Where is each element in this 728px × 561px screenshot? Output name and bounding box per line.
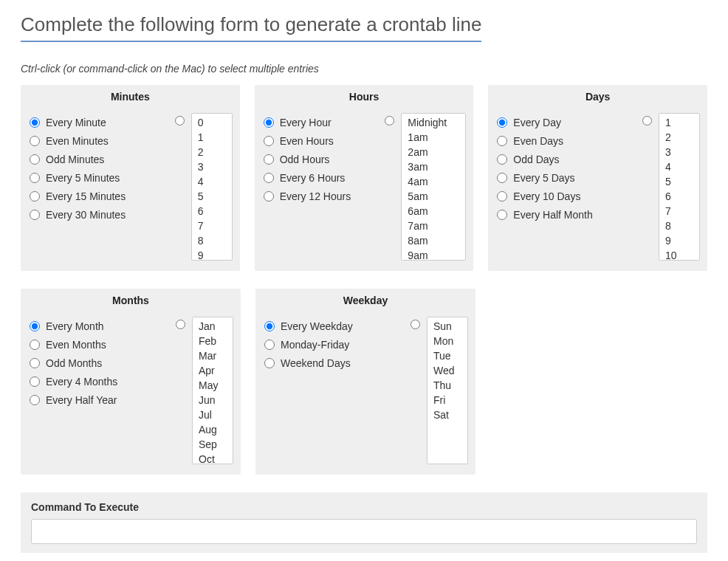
- minutes-select[interactable]: 0123456789: [191, 113, 233, 261]
- section-months: Months Every Month Even Months Odd Month…: [21, 289, 241, 475]
- section-hours: Hours Every Hour Even Hours Odd Hours Ev…: [255, 85, 474, 271]
- list-item[interactable]: Apr: [194, 363, 231, 378]
- hours-option-custom[interactable]: [385, 116, 394, 125]
- list-item[interactable]: Aug: [194, 422, 231, 437]
- weekday-option-weekend[interactable]: Weekend Days: [264, 354, 401, 372]
- hours-option-every-hour[interactable]: Every Hour: [264, 113, 376, 131]
- months-option-every-4[interactable]: Every 4 Months: [30, 372, 166, 390]
- days-option-even-days[interactable]: Even Days: [497, 131, 633, 150]
- list-item[interactable]: Feb: [194, 334, 231, 348]
- list-item[interactable]: Sep: [194, 437, 231, 452]
- list-item[interactable]: 4am: [403, 174, 464, 189]
- weekday-option-label: Monday-Friday: [281, 339, 349, 351]
- months-option-custom[interactable]: [176, 320, 185, 329]
- months-option-every-month[interactable]: Every Month: [30, 317, 166, 335]
- list-item[interactable]: 6am: [403, 204, 464, 218]
- days-option-every-5[interactable]: Every 5 Days: [497, 168, 633, 187]
- days-option-every-day[interactable]: Every Day: [497, 113, 633, 131]
- hours-select[interactable]: Midnight1am2am3am4am5am6am7am8am9am: [401, 113, 466, 261]
- command-input[interactable]: [31, 519, 697, 544]
- hours-radio-group: Every Hour Even Hours Odd Hours Every 6 …: [264, 113, 376, 205]
- days-select[interactable]: 12345678910: [659, 113, 700, 261]
- list-item[interactable]: Sun: [429, 319, 466, 334]
- list-item[interactable]: 3: [193, 159, 230, 174]
- months-select[interactable]: JanFebMarAprMayJunJulAugSepOct: [192, 317, 233, 464]
- minutes-option-label: Even Minutes: [46, 135, 109, 147]
- list-item[interactable]: 6: [193, 204, 230, 218]
- list-item[interactable]: 4: [661, 159, 698, 174]
- weekday-option-custom[interactable]: [411, 320, 420, 329]
- list-item[interactable]: Wed: [429, 363, 466, 378]
- list-item[interactable]: Jan: [194, 319, 231, 334]
- page-title: Complete the following form to generate …: [21, 13, 481, 42]
- list-item[interactable]: 7am: [403, 218, 464, 233]
- minutes-option-odd-minutes[interactable]: Odd Minutes: [30, 150, 165, 168]
- hours-option-label: Every Hour: [280, 117, 332, 128]
- days-option-odd-days[interactable]: Odd Days: [497, 150, 633, 168]
- minutes-option-every-5[interactable]: Every 5 Minutes: [30, 168, 165, 187]
- hours-option-every-12[interactable]: Every 12 Hours: [264, 187, 376, 205]
- list-item[interactable]: 9: [661, 233, 698, 248]
- months-option-half-year[interactable]: Every Half Year: [30, 390, 166, 409]
- list-item[interactable]: Mon: [429, 334, 466, 348]
- section-days-title: Days: [488, 85, 707, 109]
- list-item[interactable]: Jul: [194, 407, 231, 422]
- weekday-radio-group: Every Weekday Monday-Friday Weekend Days: [264, 317, 401, 372]
- list-item[interactable]: 10: [661, 248, 698, 261]
- list-item[interactable]: 2am: [403, 145, 464, 159]
- hours-option-odd-hours[interactable]: Odd Hours: [264, 150, 376, 168]
- list-item[interactable]: May: [194, 378, 231, 393]
- minutes-option-every-minute[interactable]: Every Minute: [30, 113, 165, 131]
- list-item[interactable]: 5: [193, 189, 230, 204]
- list-item[interactable]: 0: [193, 115, 230, 130]
- months-option-odd-months[interactable]: Odd Months: [30, 354, 166, 372]
- weekday-option-mon-fri[interactable]: Monday-Friday: [264, 335, 401, 354]
- days-option-every-10[interactable]: Every 10 Days: [497, 187, 633, 205]
- days-option-custom[interactable]: [642, 116, 652, 125]
- months-option-label: Every 4 Months: [46, 376, 117, 388]
- minutes-option-even-minutes[interactable]: Even Minutes: [30, 131, 165, 150]
- list-item[interactable]: 8: [193, 233, 230, 248]
- list-item[interactable]: 4: [193, 174, 230, 189]
- minutes-option-label: Every Minute: [46, 117, 106, 128]
- list-item[interactable]: 7: [661, 204, 698, 218]
- days-option-label: Every 10 Days: [513, 190, 580, 202]
- list-item[interactable]: Mar: [194, 348, 231, 363]
- list-item[interactable]: 8am: [403, 233, 464, 248]
- days-option-half-month[interactable]: Every Half Month: [497, 205, 633, 224]
- list-item[interactable]: Jun: [194, 393, 231, 407]
- list-item[interactable]: 3: [661, 145, 698, 159]
- list-item[interactable]: 7: [193, 218, 230, 233]
- list-item[interactable]: Fri: [429, 393, 466, 407]
- minutes-option-every-30[interactable]: Every 30 Minutes: [30, 205, 165, 224]
- minutes-option-custom[interactable]: [175, 116, 185, 125]
- list-item[interactable]: 5: [661, 174, 698, 189]
- minutes-option-label: Odd Minutes: [46, 154, 104, 165]
- instruction-text: Ctrl-click (or command-click on the Mac)…: [21, 63, 707, 75]
- days-option-label: Odd Days: [513, 154, 559, 165]
- hours-option-label: Every 6 Hours: [280, 172, 346, 184]
- hours-option-every-6[interactable]: Every 6 Hours: [264, 168, 376, 187]
- months-option-even-months[interactable]: Even Months: [30, 335, 166, 354]
- minutes-option-every-15[interactable]: Every 15 Minutes: [30, 187, 165, 205]
- list-item[interactable]: 9: [193, 248, 230, 261]
- months-option-label: Every Month: [46, 320, 104, 332]
- list-item[interactable]: 2: [661, 130, 698, 145]
- list-item[interactable]: Thu: [429, 378, 466, 393]
- list-item[interactable]: 1am: [403, 130, 464, 145]
- list-item[interactable]: 2: [193, 145, 230, 159]
- weekday-select[interactable]: SunMonTueWedThuFriSat: [427, 317, 468, 464]
- list-item[interactable]: 1: [661, 115, 698, 130]
- list-item[interactable]: Sat: [429, 407, 466, 422]
- weekday-option-every[interactable]: Every Weekday: [264, 317, 401, 335]
- list-item[interactable]: 6: [661, 189, 698, 204]
- list-item[interactable]: Midnight: [403, 115, 464, 130]
- list-item[interactable]: 1: [193, 130, 230, 145]
- list-item[interactable]: 3am: [403, 159, 464, 174]
- list-item[interactable]: Oct: [194, 452, 231, 464]
- list-item[interactable]: 5am: [403, 189, 464, 204]
- list-item[interactable]: 9am: [403, 248, 464, 261]
- list-item[interactable]: Tue: [429, 348, 466, 363]
- list-item[interactable]: 8: [661, 218, 698, 233]
- hours-option-even-hours[interactable]: Even Hours: [264, 131, 376, 150]
